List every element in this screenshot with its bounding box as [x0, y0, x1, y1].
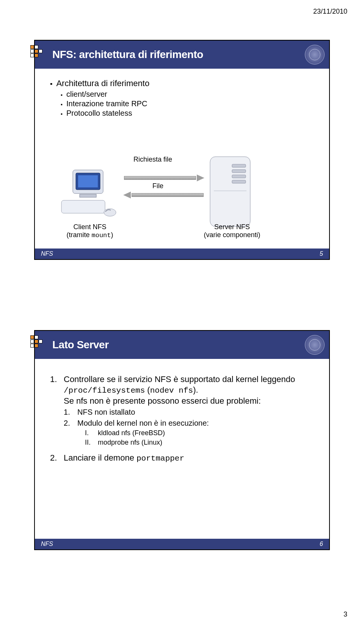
- label-richiesta: Richiesta file: [133, 156, 172, 164]
- title-bar: Lato Server: [35, 331, 329, 359]
- sub-list: NFS non istallato Modulo del kernel non …: [64, 407, 318, 447]
- ordered-list: Controllare se il servizio NFS è support…: [50, 374, 318, 464]
- title-bar: NFS: architettura di riferimento: [35, 41, 329, 69]
- page-date: 23/11/2010: [313, 8, 347, 16]
- slide-footer: NFS 6: [35, 539, 329, 549]
- slide-title: NFS: architettura di riferimento: [52, 49, 203, 61]
- slide-footer: NFS 5: [35, 249, 329, 259]
- svg-rect-9: [232, 175, 246, 178]
- slide-2: Lato Server Controllare se il servizio N…: [34, 330, 330, 550]
- svg-rect-7: [232, 164, 246, 167]
- slide-1-body: Architettura di riferimento client/serve…: [35, 69, 329, 231]
- corner-deco-icon: [30, 45, 43, 58]
- subbullet-2: Interazione tramite RPC: [61, 99, 318, 108]
- list-item: NFS non istallato: [64, 407, 318, 417]
- slide-1-wrapper: NFS: architettura di riferimento Archite…: [34, 40, 330, 260]
- list-item: kldload nfs (FreeBSD): [85, 429, 318, 437]
- seal-icon: [305, 335, 325, 355]
- list-item: modprobe nfs (Linux): [85, 438, 318, 447]
- seal-icon: [305, 45, 325, 64]
- footer-right: 6: [320, 541, 323, 547]
- svg-rect-4: [61, 200, 105, 213]
- list-item: Controllare se il servizio NFS è support…: [50, 374, 318, 447]
- svg-rect-3: [80, 194, 96, 197]
- slide-1: NFS: architettura di riferimento Archite…: [34, 40, 330, 260]
- subbullet-3: Protocollo stateless: [61, 109, 318, 118]
- caption-client: Client NFS (tramite mount): [63, 223, 116, 239]
- arrow-right-icon: [124, 175, 204, 181]
- footer-right: 5: [320, 250, 323, 257]
- list-item: Modulo del kernel non è in esecuzione: k…: [64, 418, 318, 447]
- bullet-arch: Architettura di riferimento: [50, 79, 318, 88]
- footer-left: NFS: [41, 541, 53, 547]
- server-tower-icon: [206, 154, 255, 230]
- slide-title: Lato Server: [52, 339, 109, 351]
- caption-server: Server NFS (varie componenti): [202, 223, 262, 239]
- arrow-left-icon: [124, 192, 204, 198]
- svg-rect-2: [78, 175, 98, 187]
- corner-deco-icon: [30, 335, 43, 348]
- diagram: Richiesta file File: [50, 121, 318, 231]
- page-number: 3: [344, 610, 347, 618]
- svg-rect-8: [232, 170, 246, 173]
- label-file: File: [152, 182, 163, 190]
- list-item: Lanciare il demone portmapper: [50, 453, 318, 464]
- client-computer-icon: [58, 167, 118, 220]
- subbullet-1: client/server: [61, 90, 318, 99]
- svg-rect-10: [232, 180, 246, 183]
- footer-left: NFS: [41, 250, 53, 257]
- slide-2-body: Controllare se il servizio NFS è support…: [35, 359, 329, 464]
- slide-2-wrapper: Lato Server Controllare se il servizio N…: [34, 330, 330, 550]
- roman-list: kldload nfs (FreeBSD) modprobe nfs (Linu…: [85, 429, 318, 447]
